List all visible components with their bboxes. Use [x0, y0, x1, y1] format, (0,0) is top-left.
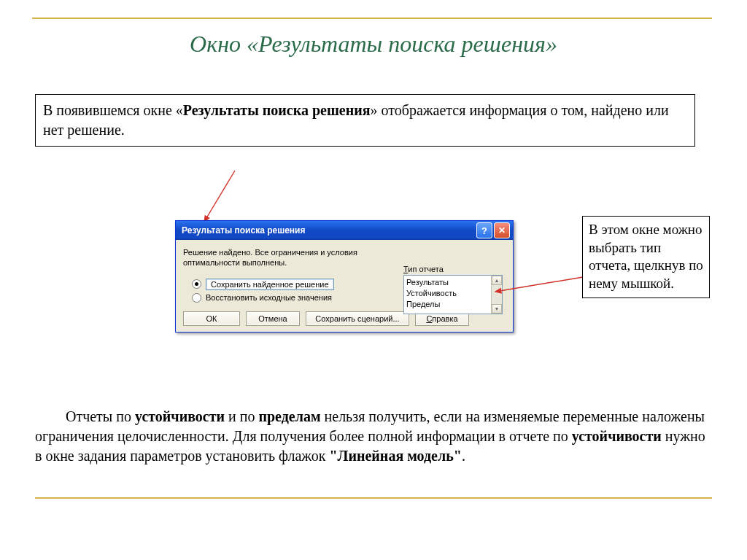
radio-keep-solution-label: Сохранить найденное решение	[206, 279, 334, 290]
top-rule	[32, 18, 712, 19]
ok-button[interactable]: ОК	[183, 311, 240, 326]
save-scenario-button[interactable]: Сохранить сценарий...	[306, 311, 409, 326]
report-option-results[interactable]: Результаты	[406, 277, 500, 288]
fn-t1: Отчеты по	[66, 408, 135, 424]
fn-b2: пределам	[258, 408, 320, 424]
arrow-top-icon	[198, 169, 242, 226]
report-type-label-rest: ип отчета	[408, 265, 444, 273]
callout-top-bold: Результаты поиска решения	[183, 102, 371, 118]
report-option-sensitivity[interactable]: Устойчивость	[406, 288, 500, 299]
svg-line-0	[204, 171, 235, 222]
fn-t5: .	[462, 448, 465, 464]
footnote-paragraph: Отчеты по устойчивости и по пределам нел…	[35, 407, 712, 466]
callout-top-pre: В появившемся окне «	[43, 102, 183, 118]
fn-b4: "Линейная модель"	[329, 448, 461, 464]
listbox-scrollbar[interactable]: ▴ ▾	[491, 276, 502, 314]
scroll-up-icon[interactable]: ▴	[492, 276, 502, 285]
dialog-title: Результаты поиска решения	[182, 225, 305, 236]
report-type-label: Тип отчета	[403, 265, 506, 273]
titlebar-close-button[interactable]: ✕	[494, 222, 510, 238]
callout-right: В этом окне можно выбрать тип отчета, ще…	[582, 216, 710, 298]
dialog-titlebar[interactable]: Результаты поиска решения ? ✕	[176, 221, 513, 240]
scroll-down-icon[interactable]: ▾	[492, 304, 502, 314]
page-title: Окно «Результаты поиска решения»	[35, 31, 712, 58]
callout-top: В появившемся окне «Результаты поиска ре…	[35, 94, 695, 147]
solver-status-text: Решение найдено. Все ограничения и услов…	[183, 247, 373, 268]
titlebar-help-button[interactable]: ?	[476, 222, 492, 238]
cancel-button[interactable]: Отмена	[246, 311, 300, 326]
fn-b1: устойчивости	[135, 408, 225, 424]
report-type-listbox[interactable]: Результаты Устойчивость Пределы ▴ ▾	[403, 275, 503, 314]
radio-dot-selected-icon	[192, 279, 201, 289]
radio-restore-original-label: Восстановить исходные значения	[206, 293, 332, 302]
bottom-rule	[35, 497, 712, 499]
solver-results-dialog: Результаты поиска решения ? ✕ Решение на…	[175, 220, 514, 332]
help-button-rest: правка	[432, 314, 457, 323]
fn-t2: и по	[225, 408, 258, 424]
radio-dot-unselected-icon	[192, 293, 201, 303]
fn-b3: устойчивости	[572, 428, 662, 444]
report-option-limits[interactable]: Пределы	[406, 299, 500, 310]
report-type-group: Тип отчета Результаты Устойчивость Преде…	[403, 265, 506, 314]
